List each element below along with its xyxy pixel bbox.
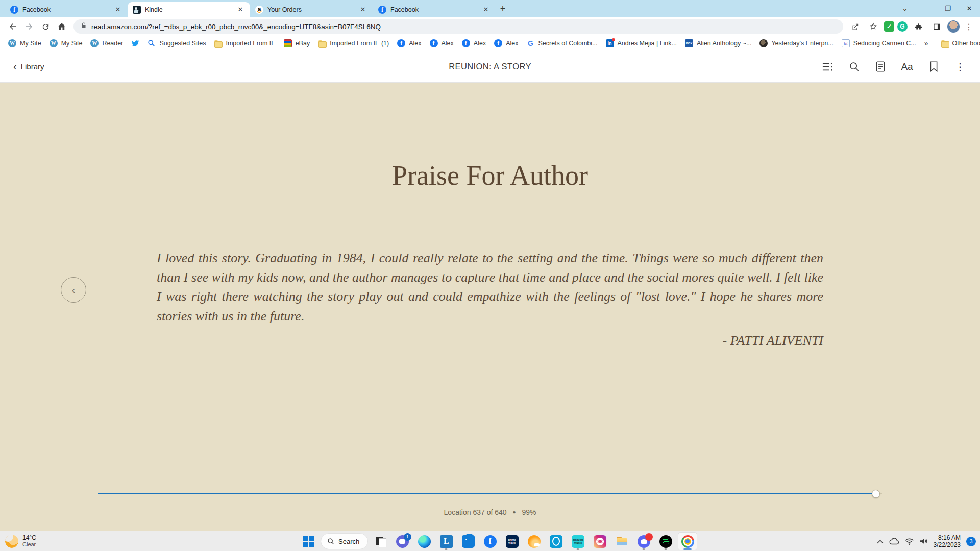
alexa-button[interactable]: [546, 532, 566, 550]
taskbar-app-icons: Search 1 L f prime video amazon music: [299, 531, 697, 551]
onedrive-cloud-icon[interactable]: [889, 538, 899, 545]
discord-button[interactable]: [634, 532, 653, 550]
reading-surface[interactable]: Praise For Author I loved this story. Gr…: [0, 83, 980, 531]
previous-page-button[interactable]: ‹: [61, 277, 86, 303]
progress-slider-handle[interactable]: [872, 490, 880, 498]
back-icon[interactable]: [5, 19, 20, 34]
bookmark-my-site-2[interactable]: W My Site: [45, 38, 87, 49]
bookmark-seducing-carmen[interactable]: lit Seducing Carmen C...: [838, 38, 920, 49]
microsoft-store-button[interactable]: [458, 532, 478, 550]
browser-menu-icon[interactable]: ⋮: [963, 22, 975, 32]
tab-facebook-2[interactable]: f Facebook ✕: [373, 2, 496, 17]
taskbar-search[interactable]: Search: [321, 533, 368, 549]
bookmark-suggested-sites[interactable]: Suggested Sites: [143, 38, 210, 49]
new-tab-button[interactable]: +: [496, 2, 510, 16]
bookmark-label: Alien Anthology ~...: [697, 40, 751, 47]
home-icon[interactable]: [54, 19, 69, 34]
close-tab-icon[interactable]: ✕: [358, 5, 368, 14]
edge-button[interactable]: [414, 532, 434, 550]
folder-icon: [214, 40, 222, 48]
bookmark-andres-mejia-linkedin[interactable]: in Andres Mejia | Link...: [602, 38, 681, 49]
task-view-button[interactable]: [371, 532, 390, 550]
discord-icon: [638, 535, 650, 548]
tab-kindle[interactable]: Kindle ✕: [128, 2, 250, 17]
notes-icon[interactable]: [874, 60, 887, 73]
start-button[interactable]: [299, 532, 318, 550]
bookmark-my-site-1[interactable]: W My Site: [4, 38, 45, 49]
bookmark-alex-3[interactable]: f Alex: [458, 38, 490, 49]
bookmark-alex-2[interactable]: f Alex: [426, 38, 458, 49]
spotify-button[interactable]: [656, 532, 675, 550]
bookmark-imported-from-ie-1[interactable]: Imported From IE (1): [314, 37, 393, 49]
bookmark-star-icon[interactable]: [866, 19, 881, 34]
bookmark-secrets-of-colombia[interactable]: G Secrets of Colombi...: [522, 38, 601, 49]
quote-block: I loved this story. Graduating in 1984, …: [157, 248, 823, 350]
side-panel-icon[interactable]: [929, 19, 944, 34]
maximize-button[interactable]: ❐: [937, 0, 959, 17]
dot-separator: ●: [512, 509, 516, 515]
minimize-button[interactable]: —: [916, 0, 937, 17]
font-settings-button[interactable]: Aa: [900, 60, 914, 73]
reload-icon[interactable]: [38, 19, 53, 34]
tab-search-icon[interactable]: ⌄: [894, 0, 916, 17]
antivirus-extension-icon[interactable]: ✓: [884, 21, 894, 32]
table-of-contents-icon[interactable]: [821, 60, 834, 73]
discord-badge: [645, 533, 653, 541]
volume-icon[interactable]: [919, 538, 928, 545]
folder-icon: [318, 40, 326, 48]
taskbar-weather-widget[interactable]: 14°C Clear: [5, 531, 36, 551]
search-icon[interactable]: [847, 60, 861, 73]
search-icon: [327, 538, 334, 545]
amazon-icon: a: [255, 6, 263, 14]
back-to-library-button[interactable]: ‹ Library: [13, 61, 44, 72]
forward-icon[interactable]: [21, 19, 37, 34]
close-tab-icon[interactable]: ✕: [236, 5, 245, 14]
weather-app-button[interactable]: [524, 532, 544, 550]
kindle-reader-header: ‹ Library REUNION: A STORY Aa ⋮: [0, 51, 980, 83]
tab-facebook-1[interactable]: f Facebook ✕: [5, 2, 128, 17]
bookmark-imported-from-ie[interactable]: Imported From IE: [210, 37, 279, 49]
bookmark-ribbon-icon[interactable]: [927, 60, 940, 73]
bookmark-reader[interactable]: W Reader: [86, 38, 127, 49]
chat-button[interactable]: 1: [393, 532, 412, 550]
bookmark-alex-4[interactable]: f Alex: [490, 38, 522, 49]
close-tab-icon[interactable]: ✕: [113, 5, 122, 14]
chrome-button[interactable]: [678, 532, 697, 550]
tray-chevron-up-icon[interactable]: [877, 539, 884, 544]
share-icon[interactable]: [847, 19, 863, 34]
bookmark-alien-anthology[interactable]: FOX Alien Anthology ~...: [681, 38, 755, 49]
reading-progress-bar[interactable]: [98, 492, 882, 496]
prime-video-icon: prime video: [506, 535, 519, 548]
facebook-app-button[interactable]: f: [480, 532, 500, 550]
bookmark-label: Andres Mejia | Link...: [618, 40, 677, 47]
bookmark-label: Alex: [409, 40, 421, 47]
bookmark-yesterdays-enterprise[interactable]: Yesterday's Enterpri...: [755, 38, 837, 49]
grammarly-extension-icon[interactable]: G: [897, 21, 908, 32]
secure-lock-icon[interactable]: [81, 22, 87, 31]
instagram-button[interactable]: [590, 532, 609, 550]
amazon-music-button[interactable]: amazon music: [568, 532, 587, 550]
file-explorer-button[interactable]: [612, 532, 631, 550]
url-text[interactable]: read.amazon.com/?ref_=dbs_p_ebk_r00_pbcb…: [91, 23, 381, 31]
bookmark-label: Other bookmarks: [952, 40, 980, 47]
clock[interactable]: 8:16 AM 3/22/2023: [934, 534, 961, 548]
bookmarks-overflow-icon[interactable]: »: [920, 39, 933, 47]
profile-avatar[interactable]: [947, 20, 960, 33]
reader-menu-icon[interactable]: ⋮: [953, 60, 967, 73]
extensions-puzzle-icon[interactable]: [911, 19, 926, 34]
close-tab-icon[interactable]: ✕: [481, 5, 491, 14]
bookmark-twitter[interactable]: [127, 38, 143, 49]
wifi-icon[interactable]: [905, 538, 914, 545]
bookmark-ebay[interactable]: eBay: [280, 38, 314, 49]
close-window-button[interactable]: ✕: [959, 0, 980, 17]
reader-app-button[interactable]: L: [436, 532, 456, 550]
file-explorer-icon: [616, 535, 628, 548]
bookmark-alex-1[interactable]: f Alex: [393, 38, 425, 49]
prime-video-button[interactable]: prime video: [502, 532, 522, 550]
chapter-heading: Praise For Author: [0, 160, 980, 191]
chat-badge: 1: [404, 533, 411, 541]
tab-your-orders[interactable]: a Your Orders ✕: [250, 2, 373, 17]
other-bookmarks-folder[interactable]: Other bookmarks: [937, 37, 980, 49]
notification-count-badge[interactable]: 3: [966, 537, 976, 546]
address-bar[interactable]: read.amazon.com/?ref_=dbs_p_ebk_r00_pbcb…: [74, 19, 843, 34]
